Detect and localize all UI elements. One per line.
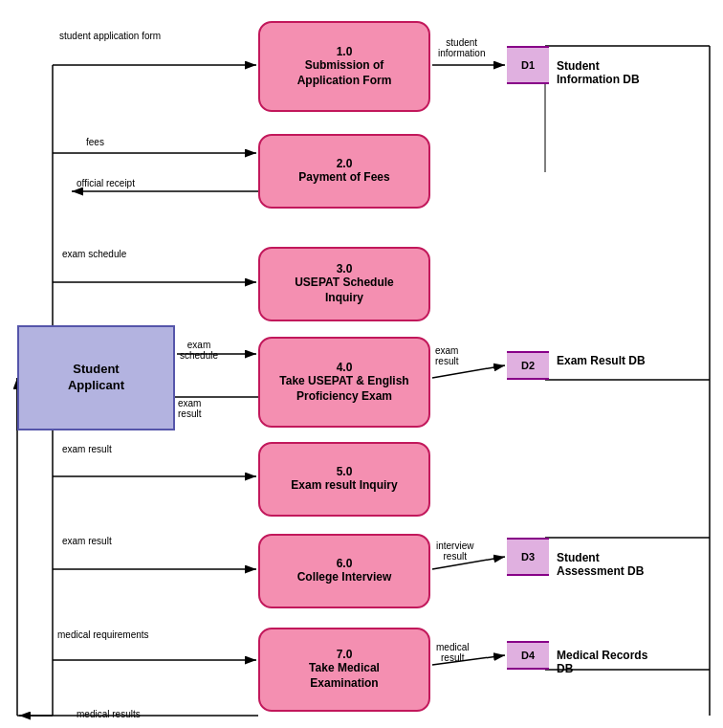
flow-label-12: medical requirements <box>57 629 149 640</box>
student-applicant-label: Student Applicant <box>68 362 124 394</box>
flow-label-14: medical results <box>77 709 141 719</box>
d3-code: D3 <box>521 551 535 563</box>
process-2: 2.0 Payment of Fees <box>258 134 430 209</box>
d1-code: D1 <box>521 59 535 71</box>
data-store-d2: D2 <box>507 351 549 380</box>
process-4-num: 4.0 <box>337 361 353 374</box>
process-7-label: Take Medical Examination <box>309 661 380 691</box>
data-store-d3: D3 <box>507 538 549 576</box>
student-applicant-entity: Student Applicant <box>17 325 175 430</box>
process-5: 5.0 Exam result Inquiry <box>258 442 430 517</box>
process-3: 3.0 USEPAT Schedule Inquiry <box>258 247 430 321</box>
flow-label-9: exam result <box>62 444 112 454</box>
svg-line-14 <box>432 365 505 378</box>
flow-label-11: interview result <box>436 530 473 562</box>
process-5-num: 5.0 <box>337 465 353 478</box>
flow-label-3: fees <box>86 137 104 147</box>
process-1-num: 1.0 <box>337 45 353 58</box>
process-1-label: Submission of Application Form <box>297 58 392 88</box>
flow-label-4: official receipt <box>77 178 135 188</box>
process-7-num: 7.0 <box>337 648 353 661</box>
process-4: 4.0 Take USEPAT & English Proficiency Ex… <box>258 337 430 428</box>
d2-label: Exam Result DB <box>557 354 646 367</box>
d3-label: Student Assessment DB <box>557 538 644 578</box>
process-3-num: 3.0 <box>337 262 353 276</box>
process-2-label: Payment of Fees <box>298 170 389 186</box>
flow-label-5: exam schedule <box>62 249 126 259</box>
process-3-label: USEPAT Schedule Inquiry <box>295 276 394 305</box>
flow-label-7: exam result <box>435 335 458 366</box>
d4-code: D4 <box>521 650 535 661</box>
flow-label-6: exam schedule <box>180 329 218 361</box>
data-store-d4: D4 <box>507 641 549 670</box>
data-store-d1: D1 <box>507 46 549 84</box>
d4-label: Medical Records DB <box>557 635 647 675</box>
d1-label: Student Information DB <box>557 46 640 86</box>
diagram: Student Applicant 1.0 Submission of Appl… <box>0 0 723 728</box>
process-4-label: Take USEPAT & English Proficiency Exam <box>279 374 408 404</box>
process-2-num: 2.0 <box>337 157 353 170</box>
flow-label-1: student application form <box>59 31 161 41</box>
flow-label-2: student information <box>438 27 485 58</box>
process-6: 6.0 College Interview <box>258 534 430 608</box>
process-6-num: 6.0 <box>337 557 353 570</box>
flow-label-10: exam result <box>62 536 112 546</box>
flow-label-8: exam result <box>178 387 201 419</box>
flow-label-13: medical result <box>436 631 469 663</box>
process-1: 1.0 Submission of Application Form <box>258 21 430 112</box>
process-7: 7.0 Take Medical Examination <box>258 628 430 712</box>
process-6-label: College Interview <box>297 570 392 585</box>
process-5-label: Exam result Inquiry <box>291 478 397 494</box>
d2-code: D2 <box>521 360 535 371</box>
